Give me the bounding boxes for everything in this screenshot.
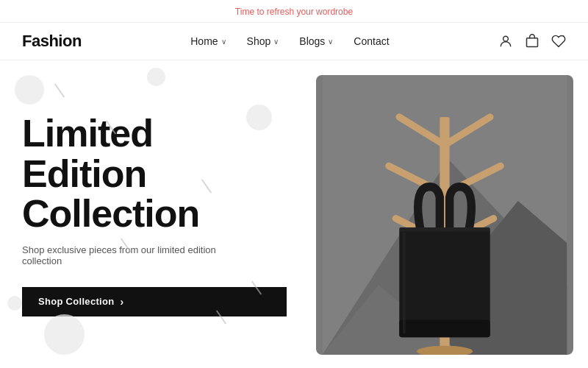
hero-content: Limited Edition Collection Shop exclusiv… [0, 60, 316, 368]
hero-subtitle: Shop exclusive pieces from our limited e… [22, 244, 243, 266]
cart-icon-button[interactable] [525, 34, 539, 49]
announcement-text: Time to refresh your wordrobe [235, 7, 353, 17]
deco-line [54, 83, 65, 97]
deco-circle [44, 314, 85, 355]
user-icon-button[interactable] [498, 34, 513, 49]
deco-circle [15, 75, 44, 105]
deco-circle [246, 105, 272, 130]
chevron-down-icon: ∨ [328, 38, 333, 46]
nav-home[interactable]: Home ∨ [190, 35, 226, 47]
deco-circle [147, 68, 165, 86]
hero-image [316, 75, 573, 355]
arrow-icon: › [120, 296, 123, 308]
nav-shop[interactable]: Shop ∨ [247, 35, 279, 47]
wishlist-icon-button[interactable] [551, 34, 566, 49]
hero-bag-illustration [316, 75, 573, 355]
nav-contact[interactable]: Contact [354, 35, 389, 47]
header: Fashion Home ∨ Shop ∨ Blogs ∨ Contact [0, 23, 588, 60]
svg-rect-1 [527, 38, 538, 47]
hero-title: Limited Edition Collection [22, 113, 287, 234]
nav-blogs[interactable]: Blogs ∨ [299, 35, 333, 47]
chevron-down-icon: ∨ [221, 38, 226, 46]
logo: Fashion [22, 32, 82, 51]
header-icons [498, 34, 566, 49]
svg-rect-17 [399, 227, 490, 232]
shop-collection-button[interactable]: Shop Collection › [22, 287, 287, 316]
chevron-down-icon: ∨ [273, 38, 279, 46]
hero-section: Limited Edition Collection Shop exclusiv… [0, 60, 588, 368]
deco-circle [7, 296, 22, 311]
svg-rect-15 [399, 320, 490, 338]
announcement-bar: Time to refresh your wordrobe [0, 0, 588, 23]
svg-rect-16 [403, 233, 406, 334]
svg-point-0 [503, 36, 509, 41]
main-nav: Home ∨ Shop ∨ Blogs ∨ Contact [190, 35, 389, 47]
